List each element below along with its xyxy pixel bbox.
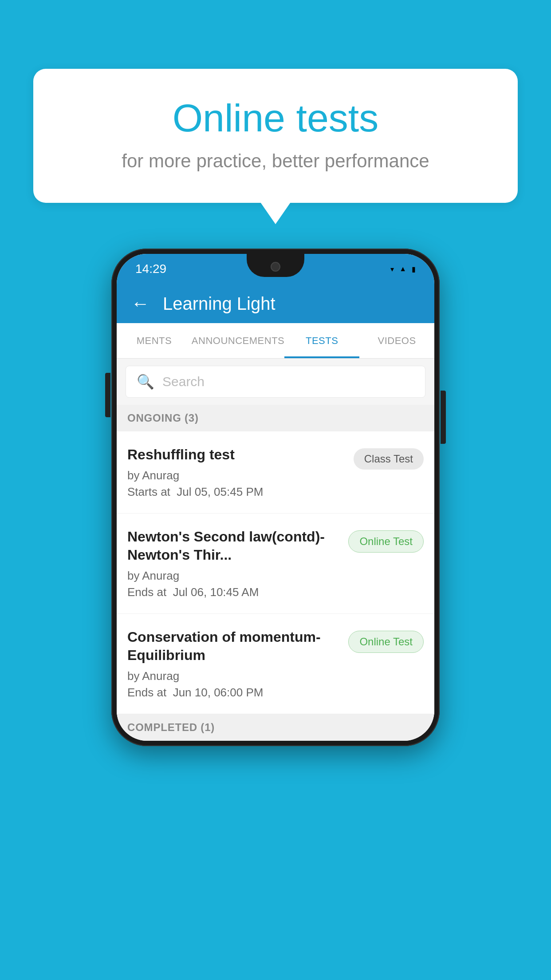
status-time: 14:29 bbox=[135, 262, 166, 276]
test-info-1: Reshuffling test by Anurag Starts at Jul… bbox=[127, 446, 354, 499]
speech-bubble: Online tests for more practice, better p… bbox=[33, 69, 518, 203]
search-bar-container: 🔍 Search bbox=[117, 359, 434, 405]
tab-ments[interactable]: MENTS bbox=[117, 323, 192, 358]
test-name-3: Conservation of momentum-Equilibrium bbox=[127, 628, 339, 665]
test-item-2[interactable]: Newton's Second law(contd)-Newton's Thir… bbox=[117, 514, 434, 614]
status-bar: 14:29 ▾ ▲ ▮ bbox=[117, 254, 434, 284]
test-item-1[interactable]: Reshuffling test by Anurag Starts at Jul… bbox=[117, 431, 434, 514]
tabs-bar: MENTS ANNOUNCEMENTS TESTS VIDEOS bbox=[117, 323, 434, 359]
test-author-3: by Anurag bbox=[127, 669, 339, 683]
test-time-1: Starts at Jul 05, 05:45 PM bbox=[127, 485, 345, 499]
signal-icon: ▲ bbox=[399, 265, 406, 273]
completed-section-header: COMPLETED (1) bbox=[117, 714, 434, 741]
test-author-2: by Anurag bbox=[127, 569, 339, 583]
test-author-1: by Anurag bbox=[127, 469, 345, 482]
status-icons: ▾ ▲ ▮ bbox=[390, 265, 416, 273]
ongoing-section-header: ONGOING (3) bbox=[117, 405, 434, 431]
app-header: ← Learning Light bbox=[117, 284, 434, 323]
battery-icon: ▮ bbox=[412, 265, 416, 273]
bubble-subtitle: for more practice, better performance bbox=[64, 150, 487, 172]
test-info-3: Conservation of momentum-Equilibrium by … bbox=[127, 628, 348, 699]
test-info-2: Newton's Second law(contd)-Newton's Thir… bbox=[127, 528, 348, 599]
phone-wrapper: 14:29 ▾ ▲ ▮ ← Learning Light MENTS ANNOU… bbox=[111, 249, 440, 746]
test-time-2: Ends at Jul 06, 10:45 AM bbox=[127, 585, 339, 599]
search-bar[interactable]: 🔍 Search bbox=[126, 366, 425, 398]
bubble-title: Online tests bbox=[64, 95, 487, 141]
tab-videos[interactable]: VIDEOS bbox=[359, 323, 434, 358]
test-name-2: Newton's Second law(contd)-Newton's Thir… bbox=[127, 528, 339, 565]
test-item-3[interactable]: Conservation of momentum-Equilibrium by … bbox=[117, 614, 434, 714]
camera bbox=[271, 262, 280, 272]
search-input[interactable]: Search bbox=[162, 374, 205, 389]
app-title: Learning Light bbox=[163, 294, 276, 314]
ongoing-label: ONGOING (3) bbox=[127, 412, 199, 424]
phone-screen: 14:29 ▾ ▲ ▮ ← Learning Light MENTS ANNOU… bbox=[117, 254, 434, 741]
notch bbox=[247, 254, 304, 277]
test-badge-3: Online Test bbox=[348, 631, 424, 653]
back-button[interactable]: ← bbox=[131, 294, 150, 313]
test-badge-1: Class Test bbox=[354, 448, 424, 470]
test-time-3: Ends at Jun 10, 06:00 PM bbox=[127, 686, 339, 699]
speech-bubble-container: Online tests for more practice, better p… bbox=[33, 69, 518, 203]
phone-frame: 14:29 ▾ ▲ ▮ ← Learning Light MENTS ANNOU… bbox=[111, 249, 440, 746]
completed-label: COMPLETED (1) bbox=[127, 721, 215, 733]
wifi-icon: ▾ bbox=[390, 265, 394, 273]
test-name-1: Reshuffling test bbox=[127, 446, 345, 464]
tab-tests[interactable]: TESTS bbox=[284, 323, 359, 358]
tab-announcements[interactable]: ANNOUNCEMENTS bbox=[192, 323, 284, 358]
search-icon: 🔍 bbox=[137, 373, 154, 390]
test-badge-2: Online Test bbox=[348, 530, 424, 553]
